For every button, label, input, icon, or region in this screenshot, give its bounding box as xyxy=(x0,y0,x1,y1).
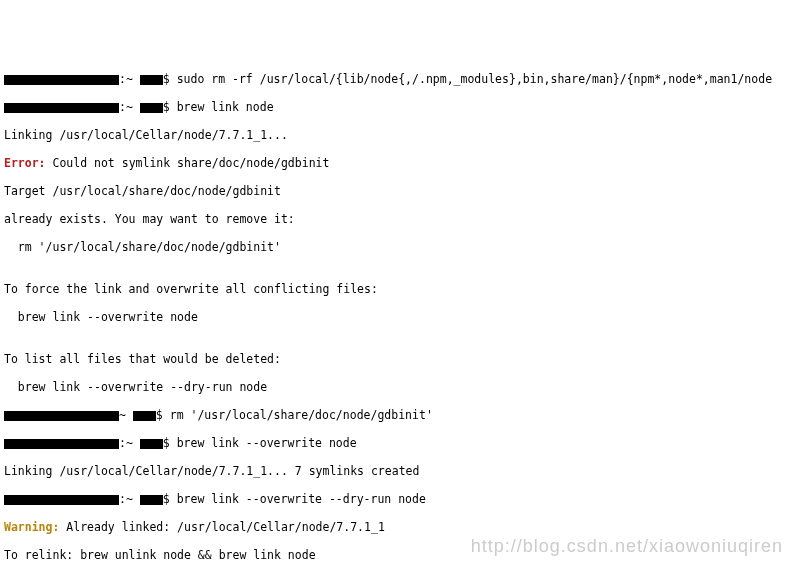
redacted-host xyxy=(133,411,156,421)
output-text: Target /usr/local/share/doc/node/gdbinit xyxy=(4,184,793,198)
redacted-user xyxy=(4,439,119,449)
output-text: already exists. You may want to remove i… xyxy=(4,212,793,226)
output-text: To force the link and overwrite all conf… xyxy=(4,282,793,296)
output-text: Linking /usr/local/Cellar/node/7.7.1_1..… xyxy=(4,464,793,478)
redacted-user xyxy=(4,411,119,421)
output-text: rm '/usr/local/share/doc/node/gdbinit' xyxy=(4,240,793,254)
error-label: Error: xyxy=(4,156,46,170)
redacted-host xyxy=(140,75,163,85)
output-text: brew link --overwrite node xyxy=(4,310,793,324)
cmd-line: :~ $ brew link --overwrite --dry-run nod… xyxy=(4,492,793,506)
redacted-host xyxy=(140,495,163,505)
redacted-host xyxy=(140,439,163,449)
error-line: Error: Could not symlink share/doc/node/… xyxy=(4,156,793,170)
watermark-text: http://blog.csdn.net/xiaowoniuqiren xyxy=(471,539,783,553)
cmd-line: ~ $ rm '/usr/local/share/doc/node/gdbini… xyxy=(4,408,793,422)
redacted-user xyxy=(4,103,119,113)
output-text: Linking /usr/local/Cellar/node/7.7.1_1..… xyxy=(4,128,793,142)
redacted-host xyxy=(140,103,163,113)
cmd-line: :~ $ sudo rm -rf /usr/local/{lib/node{,/… xyxy=(4,72,793,86)
warning-line: Warning: Already linked: /usr/local/Cell… xyxy=(4,520,793,534)
output-text: brew link --overwrite --dry-run node xyxy=(4,380,793,394)
cmd-line: :~ $ brew link --overwrite node xyxy=(4,436,793,450)
redacted-user xyxy=(4,495,119,505)
terminal-output[interactable]: :~ $ sudo rm -rf /usr/local/{lib/node{,/… xyxy=(4,58,793,571)
cmd-line: :~ $ brew link node xyxy=(4,100,793,114)
redacted-user xyxy=(4,75,119,85)
output-text: To list all files that would be deleted: xyxy=(4,352,793,366)
warning-label: Warning: xyxy=(4,520,59,534)
